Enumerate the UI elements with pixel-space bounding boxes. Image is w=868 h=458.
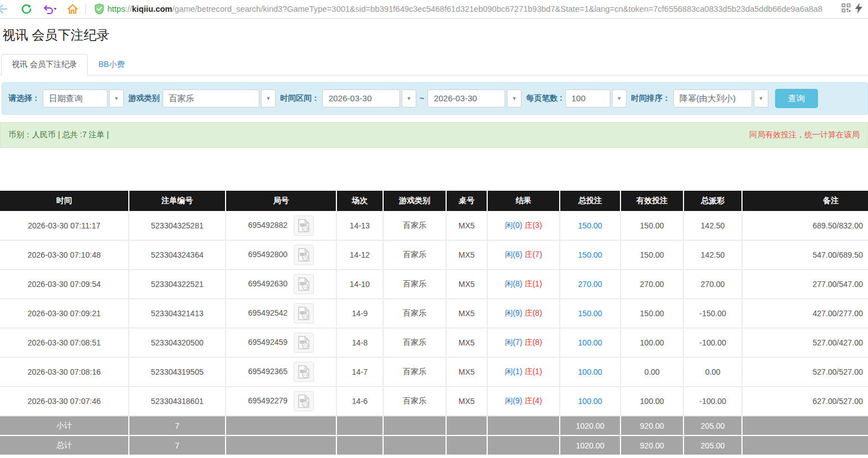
video-replay-button[interactable]: [294, 215, 314, 236]
back-icon[interactable]: [0, 3, 10, 15]
home-icon[interactable]: [64, 3, 81, 15]
chevron-down-icon[interactable]: ▼: [507, 89, 521, 107]
cell-payout: 142.50: [683, 211, 742, 240]
qr-code-icon[interactable]: [842, 3, 851, 15]
cell-round-number: 695492800: [226, 240, 336, 270]
cell-payout: 0.00: [683, 357, 742, 387]
column-header: 注单编号: [129, 191, 226, 211]
cell-total-bet: 150.00: [560, 211, 620, 240]
total-bet-link[interactable]: 270.00: [578, 280, 602, 289]
refresh-icon[interactable]: [18, 4, 35, 14]
column-header: 备注: [742, 191, 868, 211]
game-type-value[interactable]: 百家乐: [163, 89, 259, 107]
video-replay-button[interactable]: [294, 333, 314, 353]
filter-bar: 请选择： 日期查询 ▼ 游戏类别 百家乐 ▼ 时间区间： 2026-03-30 …: [2, 82, 868, 115]
lightning-icon[interactable]: [855, 3, 862, 16]
cell-game-type: 百家乐: [383, 240, 446, 270]
cell-valid-bet: 100.00: [620, 328, 683, 357]
cell-result: 闲(8) 庄(1): [487, 270, 560, 299]
total-bet-link[interactable]: 150.00: [578, 250, 602, 259]
url-protocol: https: [107, 5, 125, 14]
cell-game-type: 百家乐: [383, 357, 446, 387]
cell-session: 14-6: [336, 387, 383, 416]
undo-icon[interactable]: [42, 4, 59, 14]
total-bet-link[interactable]: 100.00: [578, 338, 602, 347]
search-button[interactable]: 查询: [775, 89, 818, 108]
cell-table-number: MX5: [446, 328, 487, 357]
footer-valid-bet: 920.00: [620, 416, 683, 435]
cell-table-number: MX5: [446, 387, 487, 416]
footer-remark: [742, 416, 868, 435]
subtotal-row: 小计71020.00920.00205.00: [0, 416, 868, 435]
cell-session: 14-10: [336, 270, 383, 299]
header-row: 时间注单编号局号场次游戏类别桌号结果总投注有效投注总派彩备注: [0, 191, 868, 211]
cell-result: 闲(1) 庄(1): [487, 357, 560, 387]
video-replay-button[interactable]: [294, 274, 314, 294]
game-type-label: 游戏类别: [128, 93, 160, 104]
date-to-value[interactable]: 2026-03-30: [428, 89, 505, 107]
footer-session: [336, 416, 383, 435]
sort-label: 时间排序：: [631, 93, 671, 104]
cell-valid-bet: 270.00: [620, 270, 683, 299]
film-document-icon: [298, 307, 310, 320]
video-replay-button[interactable]: [294, 303, 314, 324]
video-replay-button[interactable]: [294, 391, 314, 411]
date-from-value[interactable]: 2026-03-30: [322, 89, 400, 107]
cell-total-bet: 150.00: [560, 299, 620, 328]
bet-table-footer: 小计71020.00920.00205.00总计71020.00920.0020…: [0, 416, 868, 455]
result-player: 闲(9): [505, 308, 522, 317]
cell-session: 14-7: [336, 357, 383, 387]
cell-bet-number: 523304319505: [129, 357, 226, 387]
cell-time: 2026-03-30 07:08:16: [0, 357, 129, 387]
footer-count: 7: [129, 416, 226, 435]
cell-remark: 527.00/527.00: [742, 357, 868, 387]
query-type-value[interactable]: 日期查询: [43, 89, 107, 107]
footer-result: [487, 416, 560, 435]
chevron-down-icon[interactable]: ▼: [261, 89, 276, 107]
chevron-down-icon[interactable]: ▼: [402, 89, 416, 107]
per-page-value[interactable]: 100: [565, 89, 610, 107]
film-document-icon: [298, 277, 310, 291]
cell-payout: -100.00: [683, 387, 742, 416]
total-bet-link[interactable]: 100.00: [578, 367, 602, 376]
cell-remark: 627.00/527.00: [742, 387, 868, 416]
cell-table-number: MX5: [446, 240, 487, 270]
total-bet-link[interactable]: 150.00: [578, 221, 602, 230]
cell-result: 闲(0) 庄(3): [487, 211, 560, 240]
cell-game-type: 百家乐: [383, 211, 446, 240]
cell-round-number: 695492459: [226, 328, 336, 357]
video-replay-button[interactable]: [294, 362, 314, 382]
round-number: 695492800: [248, 250, 287, 259]
column-header: 总投注: [560, 191, 620, 211]
footer-remark: [742, 435, 868, 455]
cell-bet-number: 523304325281: [129, 211, 226, 240]
sort-value[interactable]: 降幂(由大到小): [673, 89, 752, 107]
result-player: 闲(6): [505, 250, 522, 259]
result-player: 闲(9): [505, 396, 522, 405]
chevron-down-icon[interactable]: ▼: [612, 89, 627, 107]
result-banker: 庄(8): [524, 338, 542, 347]
cell-bet-number: 523304320500: [129, 328, 226, 357]
url-bar[interactable]: https://kiqiiu.com/game/betrecord_search…: [107, 5, 839, 14]
cell-game-type: 百家乐: [383, 328, 446, 357]
result-player: 闲(8): [505, 279, 522, 288]
cell-remark: 277.00/547.00: [742, 270, 868, 299]
security-shield-icon[interactable]: [91, 3, 107, 15]
cell-result: 闲(9) 庄(4): [487, 387, 560, 416]
toolbar-divider: [86, 3, 86, 15]
chevron-down-icon[interactable]: ▼: [109, 89, 124, 107]
tab-bet-records[interactable]: 视讯 会员下注纪录: [1, 54, 88, 75]
video-replay-button[interactable]: [294, 245, 314, 265]
date-from-picker: 2026-03-30 ▼: [322, 89, 416, 107]
cell-valid-bet: 150.00: [620, 240, 683, 270]
total-bet-link[interactable]: 100.00: [578, 397, 602, 406]
total-bet-link[interactable]: 150.00: [578, 309, 602, 318]
query-type-label: 请选择：: [8, 93, 40, 104]
tab-bb-tips[interactable]: BB小费: [88, 54, 136, 75]
footer-table: [446, 416, 487, 435]
cell-valid-bet: 100.00: [620, 387, 683, 416]
cell-time: 2026-03-30 07:08:51: [0, 328, 129, 357]
cell-session: 14-12: [336, 240, 383, 270]
footer-table: [446, 435, 487, 455]
chevron-down-icon[interactable]: ▼: [754, 89, 768, 107]
